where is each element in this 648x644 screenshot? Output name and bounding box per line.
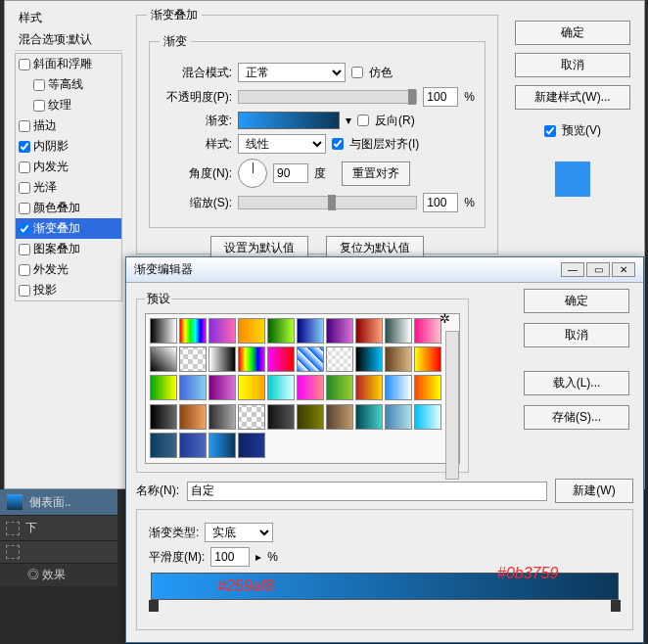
gradient-swatch[interactable]: [208, 433, 236, 458]
gradient-swatch[interactable]: [267, 346, 295, 372]
style-checkbox[interactable]: [19, 141, 30, 153]
style-item[interactable]: 投影: [16, 280, 121, 300]
gradient-swatch[interactable]: [414, 346, 441, 372]
style-item[interactable]: 纹理: [16, 95, 121, 115]
scale-value[interactable]: [423, 193, 458, 212]
close-icon[interactable]: ✕: [612, 262, 635, 277]
ok-button[interactable]: 确定: [515, 21, 630, 45]
minimize-icon[interactable]: —: [561, 262, 584, 277]
gradient-swatch[interactable]: [297, 318, 324, 344]
gradient-swatch[interactable]: [326, 318, 353, 344]
gradient-swatch[interactable]: [238, 346, 265, 372]
style-item[interactable]: 渐变叠加: [16, 218, 121, 239]
reset-align-button[interactable]: 重置对齐: [342, 161, 410, 186]
gradient-swatch[interactable]: [414, 404, 441, 430]
style-item[interactable]: 光泽: [16, 177, 121, 198]
gradient-swatch[interactable]: [150, 375, 177, 400]
dither-checkbox[interactable]: [351, 67, 363, 78]
style-item[interactable]: 内阴影: [16, 136, 121, 157]
angle-value[interactable]: [273, 163, 308, 183]
gradient-swatch[interactable]: [179, 346, 207, 372]
gradient-swatch[interactable]: [385, 404, 412, 430]
style-checkbox[interactable]: [19, 59, 30, 70]
style-item[interactable]: 内发光: [16, 157, 121, 177]
gradient-swatch[interactable]: [179, 433, 207, 458]
gradient-swatch[interactable]: [267, 375, 295, 400]
gradient-swatch[interactable]: [267, 404, 295, 430]
gradient-swatch[interactable]: [414, 375, 441, 400]
type-select[interactable]: 实底: [205, 523, 273, 542]
gradient-swatch[interactable]: [238, 433, 265, 458]
style-checkbox[interactable]: [19, 264, 30, 276]
gradient-swatch[interactable]: [150, 404, 177, 430]
style-checkbox[interactable]: [19, 161, 30, 173]
fx-row[interactable]: ◎ 效果: [0, 564, 117, 586]
editor-cancel-button[interactable]: 取消: [524, 323, 629, 347]
maximize-icon[interactable]: ▭: [586, 262, 610, 277]
smooth-value[interactable]: [210, 547, 250, 567]
gradient-swatch[interactable]: [355, 375, 383, 400]
gradient-picker[interactable]: [238, 112, 340, 129]
gradient-swatch[interactable]: [208, 375, 236, 400]
gradient-swatch[interactable]: [238, 375, 265, 400]
style-checkbox[interactable]: [19, 223, 30, 235]
new-style-button[interactable]: 新建样式(W)...: [515, 85, 630, 110]
gradient-swatch[interactable]: [150, 318, 177, 344]
gradient-swatch[interactable]: [208, 404, 236, 430]
gradient-swatch[interactable]: [208, 346, 236, 372]
gradient-swatch[interactable]: [238, 404, 265, 430]
style-select[interactable]: 线性: [238, 134, 326, 154]
cancel-button[interactable]: 取消: [515, 53, 630, 77]
scale-slider[interactable]: [238, 196, 417, 209]
gradient-swatch[interactable]: [179, 318, 207, 344]
style-item[interactable]: 斜面和浮雕: [16, 54, 121, 74]
style-checkbox[interactable]: [19, 120, 30, 132]
align-checkbox[interactable]: [332, 138, 344, 150]
reverse-checkbox[interactable]: [357, 115, 369, 126]
gradient-swatch[interactable]: [355, 404, 383, 430]
style-item[interactable]: 外发光: [16, 259, 121, 280]
gradient-swatch[interactable]: [326, 404, 353, 430]
layer-row-surface[interactable]: 侧表面..: [0, 489, 117, 516]
editor-ok-button[interactable]: 确定: [524, 289, 629, 313]
gradient-swatch[interactable]: [267, 318, 295, 344]
gear-icon[interactable]: ✲: [440, 311, 450, 326]
gradient-swatch[interactable]: [150, 346, 177, 372]
save-button[interactable]: 存储(S)...: [524, 405, 629, 430]
gradient-swatch[interactable]: [297, 346, 324, 372]
gradient-swatch[interactable]: [297, 375, 324, 400]
gradient-swatch[interactable]: [208, 318, 236, 344]
name-input[interactable]: [187, 482, 547, 501]
angle-dial[interactable]: [238, 159, 267, 188]
style-checkbox[interactable]: [19, 244, 30, 255]
gradient-swatch[interactable]: [179, 375, 207, 400]
load-button[interactable]: 载入(L)...: [524, 371, 629, 395]
gradient-dropdown-icon[interactable]: ▾: [346, 114, 351, 127]
preset-scrollbar[interactable]: [445, 331, 459, 480]
color-stop-left[interactable]: [149, 600, 159, 612]
opacity-slider[interactable]: [238, 90, 417, 104]
gradient-swatch[interactable]: [355, 318, 383, 344]
layer-row-down[interactable]: 下: [0, 516, 117, 541]
gradient-swatch[interactable]: [414, 318, 441, 344]
gradient-swatch[interactable]: [385, 318, 412, 344]
style-checkbox[interactable]: [33, 79, 45, 91]
style-checkbox[interactable]: [19, 285, 30, 297]
preview-checkbox[interactable]: [544, 125, 556, 137]
gradient-swatch[interactable]: [150, 433, 177, 458]
style-checkbox[interactable]: [19, 203, 30, 214]
new-button[interactable]: 新建(W): [555, 479, 633, 503]
blend-mode-select[interactable]: 正常: [238, 63, 346, 82]
gradient-swatch[interactable]: [326, 375, 353, 400]
gradient-swatch[interactable]: [355, 346, 383, 372]
gradient-swatch[interactable]: [297, 404, 324, 430]
color-stop-right[interactable]: [611, 600, 621, 612]
gradient-swatch[interactable]: [238, 318, 265, 344]
gradient-swatch[interactable]: [385, 346, 412, 372]
gradient-swatch[interactable]: [179, 404, 207, 430]
layer-row-empty[interactable]: [0, 541, 117, 564]
style-checkbox[interactable]: [19, 182, 30, 194]
style-item[interactable]: 等高线: [16, 74, 121, 95]
style-item[interactable]: 图案叠加: [16, 239, 121, 259]
style-checkbox[interactable]: [33, 100, 45, 112]
